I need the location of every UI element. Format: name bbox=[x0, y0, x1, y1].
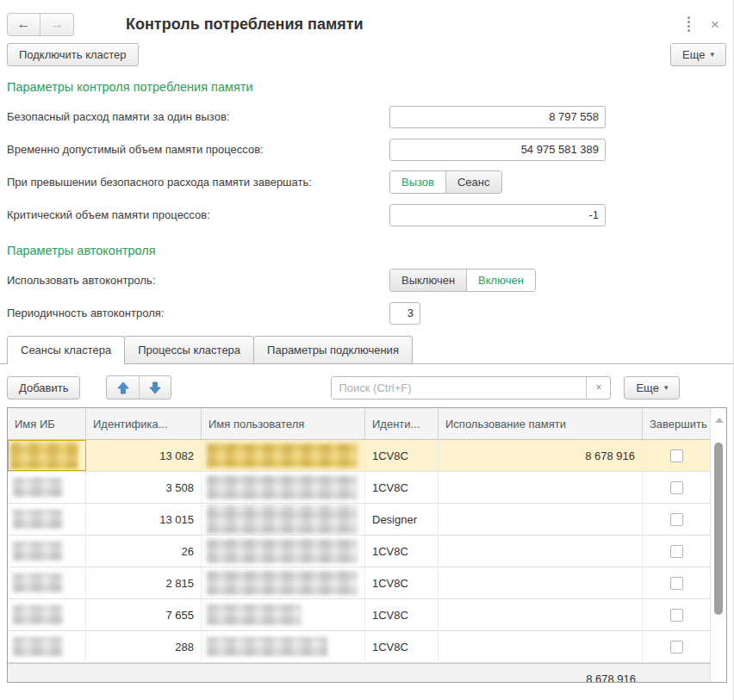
memory-control-window: ← → Контроль потребления памяти × Подклю… bbox=[0, 0, 734, 700]
back-button[interactable]: ← bbox=[8, 14, 40, 35]
tab-cluster-sessions[interactable]: Сеансы кластера bbox=[7, 336, 125, 364]
tab-bar: Сеансы кластера Процессы кластера Параме… bbox=[0, 336, 733, 364]
table-footer-row: 8 678 916 bbox=[8, 663, 711, 683]
redacted-user-name bbox=[207, 571, 358, 595]
redacted-user-name bbox=[207, 604, 302, 625]
scroll-up-icon[interactable] bbox=[715, 418, 724, 423]
safe-call-input[interactable] bbox=[389, 106, 606, 128]
chevron-down-icon: ▾ bbox=[664, 384, 669, 392]
terminate-checkbox[interactable] bbox=[670, 545, 683, 558]
autocontrol-label: Использовать автоконтроль: bbox=[7, 274, 389, 287]
session-id-cell: 26 bbox=[86, 536, 202, 567]
scrollbar-thumb[interactable] bbox=[714, 443, 723, 615]
table-more-button[interactable]: Еще▾ bbox=[624, 376, 680, 400]
safe-call-label: Безопасный расход памяти за один вызов: bbox=[7, 110, 389, 123]
search-box: × bbox=[331, 376, 611, 400]
col-header-user-name[interactable]: Имя пользователя bbox=[202, 408, 365, 439]
terminate-label: При превышении безопасного расхода памят… bbox=[7, 176, 389, 189]
section-title-autocontrol: Параметры автоконтроля bbox=[0, 236, 733, 259]
connect-cluster-button[interactable]: Подключить кластер bbox=[7, 43, 139, 66]
table-row[interactable]: 13 082 1CV8C 8 678 916 bbox=[8, 440, 711, 472]
redacted-infobase-name bbox=[13, 478, 63, 497]
arrow-down-icon bbox=[149, 381, 161, 394]
critical-input[interactable] bbox=[389, 204, 606, 226]
table-row[interactable]: 7 655 1CV8C bbox=[8, 599, 711, 631]
terminate-checkbox[interactable] bbox=[670, 481, 683, 494]
redacted-infobase-name bbox=[13, 637, 63, 656]
redacted-user-name bbox=[207, 539, 358, 563]
memory-usage-cell bbox=[439, 631, 643, 662]
table-row[interactable]: 2 815 1CV8C bbox=[8, 567, 711, 599]
table-row[interactable]: 3 508 1CV8C bbox=[8, 472, 711, 504]
section-title-consumption: Параметры контроля потребления памяти bbox=[0, 72, 733, 96]
redacted-infobase-name bbox=[10, 442, 78, 469]
table-header-row: Имя ИБ Идентифика... Имя пользователя Ид… bbox=[8, 408, 711, 440]
redacted-user-name bbox=[207, 637, 327, 656]
search-clear-icon[interactable]: × bbox=[586, 377, 610, 399]
temp-allowed-label: Временно допустимый объем памяти процесс… bbox=[7, 143, 389, 156]
autocontrol-toggle: Выключен Включен bbox=[389, 269, 536, 292]
redacted-infobase-name bbox=[13, 605, 63, 624]
memory-usage-cell bbox=[439, 567, 643, 598]
terminate-option-call[interactable]: Вызов bbox=[390, 171, 445, 193]
window-more-icon[interactable] bbox=[686, 15, 692, 34]
memory-usage-cell bbox=[439, 536, 643, 567]
terminate-option-session[interactable]: Сеанс bbox=[445, 171, 501, 193]
col-header-session-id[interactable]: Идентифика... bbox=[86, 408, 202, 439]
form-more-button[interactable]: Еще▾ bbox=[670, 43, 726, 66]
move-down-button[interactable] bbox=[139, 376, 171, 399]
tab-connection-params[interactable]: Параметры подключения bbox=[253, 336, 413, 363]
close-icon[interactable]: × bbox=[711, 17, 719, 32]
terminate-toggle: Вызов Сеанс bbox=[389, 170, 502, 194]
redacted-infobase-name bbox=[13, 542, 63, 561]
memory-usage-cell bbox=[439, 472, 643, 503]
table-row[interactable]: 26 1CV8C bbox=[8, 536, 711, 567]
col-header-connection-id[interactable]: Иденти... bbox=[365, 408, 439, 439]
terminate-checkbox[interactable] bbox=[670, 641, 683, 654]
page-title: Контроль потребления памяти bbox=[126, 15, 364, 34]
col-header-memory-usage[interactable]: Использование памяти bbox=[439, 408, 643, 439]
app-id-cell: 1CV8C bbox=[365, 536, 439, 567]
terminate-checkbox[interactable] bbox=[670, 577, 683, 590]
col-header-infobase[interactable]: Имя ИБ bbox=[8, 408, 86, 439]
app-id-cell: 1CV8C bbox=[365, 440, 439, 471]
move-up-button[interactable] bbox=[107, 376, 139, 399]
col-header-terminate[interactable]: Завершить bbox=[643, 408, 711, 439]
memory-usage-cell bbox=[439, 599, 643, 630]
redacted-user-name bbox=[207, 475, 358, 499]
terminate-checkbox[interactable] bbox=[670, 449, 683, 462]
add-button[interactable]: Добавить bbox=[7, 376, 80, 400]
session-id-cell: 7 655 bbox=[86, 599, 202, 630]
session-id-cell: 13 015 bbox=[86, 504, 202, 535]
period-label: Периодичность автоконтроля: bbox=[7, 307, 389, 319]
session-id-cell: 288 bbox=[86, 631, 202, 662]
app-id-cell: 1CV8C bbox=[365, 567, 439, 598]
critical-label: Критический объем памяти процессов: bbox=[7, 208, 389, 221]
forward-arrow-icon: → bbox=[50, 16, 64, 32]
autocontrol-option-on[interactable]: Включен bbox=[466, 269, 535, 291]
terminate-checkbox[interactable] bbox=[670, 513, 683, 526]
chevron-down-icon: ▾ bbox=[710, 51, 714, 59]
table-row[interactable]: 13 015 Designer bbox=[8, 504, 711, 536]
memory-total-cell: 8 678 916 bbox=[439, 664, 643, 683]
session-id-cell: 2 815 bbox=[86, 567, 202, 598]
period-input[interactable] bbox=[389, 302, 420, 325]
table-scrollbar[interactable] bbox=[710, 408, 726, 682]
memory-usage-cell: 8 678 916 bbox=[439, 440, 643, 471]
tab-cluster-processes[interactable]: Процессы кластера bbox=[124, 336, 254, 363]
session-id-cell: 13 082 bbox=[86, 440, 202, 471]
back-arrow-icon: ← bbox=[17, 16, 31, 32]
app-id-cell: 1CV8C bbox=[365, 599, 439, 630]
autocontrol-option-off[interactable]: Выключен bbox=[390, 269, 466, 291]
app-id-cell: Designer bbox=[365, 504, 439, 535]
redacted-user-name bbox=[207, 443, 358, 468]
table-row[interactable]: 288 1CV8C bbox=[8, 631, 711, 663]
search-input[interactable] bbox=[332, 377, 586, 399]
redacted-infobase-name bbox=[13, 573, 63, 592]
forward-button[interactable]: → bbox=[40, 14, 73, 35]
sessions-table: Имя ИБ Идентифика... Имя пользователя Ид… bbox=[7, 407, 727, 683]
terminate-checkbox[interactable] bbox=[670, 609, 683, 622]
app-id-cell: 1CV8C bbox=[365, 631, 439, 662]
temp-allowed-input[interactable] bbox=[389, 139, 606, 161]
table-toolbar: Добавить × Еще▾ bbox=[0, 364, 733, 407]
